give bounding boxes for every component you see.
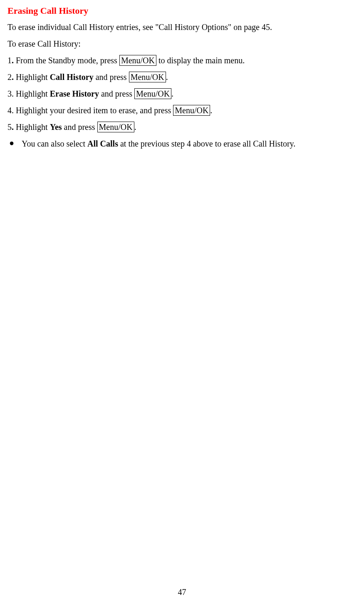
step-text: Highlight [14,122,50,132]
section-heading: Erasing Call History [7,3,362,18]
bullet-item: ● You can also select All Calls at the p… [7,137,362,150]
bullet-bold: All Calls [87,139,118,148]
step-4: 4. Highlight your desired item to erase,… [7,104,362,117]
step-1: 1. From the Standby mode, press Menu/OK … [7,54,362,67]
menu-ok-key: Menu/OK [97,122,134,132]
step-text: From the Standby mode, press [14,56,119,65]
intro-paragraph: To erase individual Call History entries… [7,20,362,34]
menu-ok-key: Menu/OK [119,55,156,66]
step-number: 1 [7,56,12,65]
step-text: . Highlight your desired item to erase, … [12,106,173,115]
step-number: 3 [7,89,12,98]
step-number: 4 [7,106,12,115]
menu-ok-key: Menu/OK [129,72,166,82]
step-number: 2 [7,72,12,82]
step-text: . [171,89,173,98]
step-number: 5 [7,122,12,132]
page-number: 47 [0,585,364,599]
step-text: and press [94,72,129,82]
step-bold: Yes [50,122,62,132]
step-text: Highlight [14,72,50,82]
step-3: 3. Highlight Erase History and press Men… [7,87,362,100]
step-text: . [210,106,212,115]
bullet-icon: ● [9,137,14,149]
step-text: . [166,72,168,82]
menu-ok-key: Menu/OK [173,105,210,116]
bullet-post: at the previous step 4 above to erase al… [118,139,295,148]
step-5: 5. Highlight Yes and press Menu/OK. [7,120,362,134]
step-text: . Highlight [12,89,50,98]
bullet-text: You can also select All Calls at the pre… [22,137,295,150]
step-text: to display the main menu. [156,56,245,65]
lead-paragraph: To erase Call History: [7,37,362,50]
step-bold: Call History [50,72,94,82]
bullet-pre: You can also select [22,139,87,148]
step-2: 2. Highlight Call History and press Menu… [7,70,362,84]
menu-ok-key: Menu/OK [134,88,171,99]
step-bold: Erase History [50,89,99,98]
step-text: and press [62,122,97,132]
step-text: and press [99,89,134,98]
step-text: . [134,122,136,132]
